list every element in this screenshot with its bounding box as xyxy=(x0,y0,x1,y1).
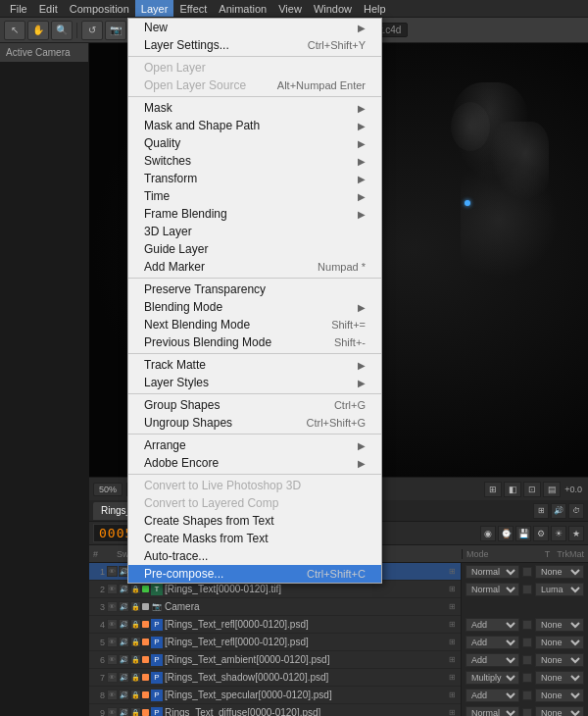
blend-mode-select[interactable]: NormalAddMultiplyScreenOverlayLuma xyxy=(466,653,519,667)
menu-composition[interactable]: Composition xyxy=(64,0,135,17)
layer-switch-icon[interactable]: ⊞ xyxy=(449,585,459,593)
layer-switch-icon[interactable]: ⊞ xyxy=(449,638,459,646)
vp-btn-2[interactable]: ◧ xyxy=(504,482,521,497)
layer-switch-icon[interactable]: ⊞ xyxy=(449,567,459,576)
layer-color-swatch[interactable] xyxy=(142,603,149,610)
layer-switch-icon[interactable]: ⊞ xyxy=(449,620,459,629)
layer-row[interactable]: 7👁🔊🔒P[Rings_Text_shadow[0000-0120].psd]⊞ xyxy=(89,669,461,687)
trkmat-select[interactable]: NoneLumaAlpha xyxy=(535,565,584,579)
menu-item-preserve-transparency[interactable]: Preserve Transparency xyxy=(128,281,381,298)
lock-btn[interactable]: 🔒 xyxy=(130,619,141,630)
menu-item-switches[interactable]: Switches▶ xyxy=(128,152,381,170)
visibility-btn[interactable]: 👁 xyxy=(107,654,118,665)
timeline-row[interactable]: NormalAddMultiplyScreenOverlayLumaNoneLu… xyxy=(462,616,588,634)
trkmat-select[interactable]: NoneLumaAlpha xyxy=(535,689,584,702)
vp-btn-3[interactable]: ⊡ xyxy=(523,482,541,497)
comp-ctrl-3[interactable]: ⏱ xyxy=(568,503,584,519)
blend-mode-select[interactable]: NormalAddMultiplyScreenOverlayLuma xyxy=(466,636,519,649)
layer-dropdown-menu[interactable]: New▶Layer Settings...Ctrl+Shift+YOpen La… xyxy=(127,18,382,584)
audio-btn[interactable]: 🔊 xyxy=(119,672,129,683)
layer-color-swatch[interactable] xyxy=(142,586,149,592)
menu-item-arrange[interactable]: Arrange▶ xyxy=(128,436,381,454)
blend-mode-select[interactable]: NormalAddMultiplyScreenOverlayLuma xyxy=(466,618,519,632)
trkmat-select[interactable]: NoneLumaAlpha xyxy=(535,653,584,667)
menu-item-auto-trace---[interactable]: Auto-trace... xyxy=(128,547,381,565)
lock-btn[interactable]: 🔒 xyxy=(130,654,141,665)
toolbar-rotate[interactable]: ↺ xyxy=(81,21,103,40)
preserve-transparency-btn[interactable] xyxy=(522,708,532,717)
menu-item-time[interactable]: Time▶ xyxy=(128,187,381,205)
layer-switch-icon[interactable]: ⊞ xyxy=(449,708,459,716)
preserve-transparency-btn[interactable] xyxy=(522,655,532,665)
ctrl-comp[interactable]: ⚙ xyxy=(533,526,549,541)
layer-switch-icon[interactable]: ⊞ xyxy=(449,655,459,664)
menu-item-frame-blending[interactable]: Frame Blending▶ xyxy=(128,205,381,223)
menu-view[interactable]: View xyxy=(272,0,308,17)
layer-color-swatch[interactable] xyxy=(142,639,149,645)
lock-btn[interactable]: 🔒 xyxy=(130,672,141,683)
timeline-row[interactable]: NormalAddMultiplyScreenOverlayLumaNoneLu… xyxy=(462,704,588,716)
ctrl-draft[interactable]: ⌚ xyxy=(498,526,514,541)
toolbar-hand[interactable]: ✋ xyxy=(27,21,49,40)
visibility-btn[interactable]: 👁 xyxy=(107,601,118,612)
toolbar-zoom-tool[interactable]: 🔍 xyxy=(51,21,73,40)
menu-edit[interactable]: Edit xyxy=(33,0,64,17)
ctrl-cache[interactable]: 💾 xyxy=(515,526,531,541)
toolbar-camera[interactable]: 📷 xyxy=(105,21,126,40)
layer-color-swatch[interactable] xyxy=(142,691,149,698)
preserve-transparency-btn[interactable] xyxy=(522,638,532,647)
audio-btn[interactable]: 🔊 xyxy=(119,690,129,700)
layer-switch-icon[interactable]: ⊞ xyxy=(449,673,459,682)
preserve-transparency-btn[interactable] xyxy=(522,620,532,630)
menu-effect[interactable]: Effect xyxy=(173,0,213,17)
lock-btn[interactable]: 🔒 xyxy=(130,584,141,594)
layer-row[interactable]: 9👁🔊🔒PRings_Text_diffuse[0000-0120].psd]⊞ xyxy=(89,704,461,716)
menu-layer[interactable]: Layer xyxy=(135,0,174,17)
lock-btn[interactable]: 🔒 xyxy=(130,637,141,647)
layer-row[interactable]: 8👁🔊🔒P[Rings_Text_specular[0000-0120].psd… xyxy=(89,687,461,704)
menu-help[interactable]: Help xyxy=(358,0,392,17)
blend-mode-select[interactable]: NormalAddMultiplyScreenOverlayLuma xyxy=(466,565,519,579)
menu-item-mask-and-shape-path[interactable]: Mask and Shape Path▶ xyxy=(128,117,381,134)
vp-btn-1[interactable]: ⊞ xyxy=(484,482,502,497)
lock-btn[interactable]: 🔒 xyxy=(130,707,141,716)
layer-color-swatch[interactable] xyxy=(142,656,149,663)
blend-mode-select[interactable]: NormalAddMultiplyScreenOverlayLuma xyxy=(466,706,519,717)
preserve-transparency-btn[interactable] xyxy=(522,673,532,683)
comp-ctrl-2[interactable]: 🔊 xyxy=(551,503,566,519)
menu-item-adobe-encore[interactable]: Adobe Encore▶ xyxy=(128,454,381,472)
menu-item-layer-settings---[interactable]: Layer Settings...Ctrl+Shift+Y xyxy=(128,36,381,54)
audio-btn[interactable]: 🔊 xyxy=(119,619,129,630)
ctrl-solo[interactable]: ☀ xyxy=(551,526,566,541)
menu-item-blending-mode[interactable]: Blending Mode▶ xyxy=(128,298,381,316)
timeline-row[interactable]: NormalAddMultiplyScreenOverlayLumaNoneLu… xyxy=(462,634,588,651)
visibility-btn[interactable]: 👁 xyxy=(107,690,118,700)
audio-btn[interactable]: 🔊 xyxy=(119,707,129,716)
menu-item-mask[interactable]: Mask▶ xyxy=(128,99,381,117)
visibility-btn[interactable]: 👁 xyxy=(107,637,118,647)
visibility-btn[interactable]: 👁 xyxy=(107,672,118,683)
layer-row[interactable]: 3👁🔊🔒📷Camera⊞ xyxy=(89,598,461,616)
trkmat-select[interactable]: NoneLumaAlpha xyxy=(535,706,584,717)
trkmat-select[interactable]: NoneLumaAlpha xyxy=(535,583,584,596)
comp-ctrl-1[interactable]: ⊞ xyxy=(533,503,549,519)
timeline-row[interactable]: NormalAddMultiplyScreenOverlayLumaNoneLu… xyxy=(462,687,588,704)
lock-btn[interactable]: 🔒 xyxy=(130,601,141,612)
menu-item-add-marker[interactable]: Add MarkerNumpad * xyxy=(128,258,381,276)
layer-row[interactable]: 5👁🔊🔒P[Rings_Text_refl[0000-0120].psd]⊞ xyxy=(89,634,461,651)
timeline-row[interactable]: NormalAddMultiplyScreenOverlayLumaNoneLu… xyxy=(462,651,588,669)
menu-item-previous-blending-mode[interactable]: Previous Blending ModeShift+- xyxy=(128,333,381,351)
preserve-transparency-btn[interactable] xyxy=(522,585,532,594)
menu-item-transform[interactable]: Transform▶ xyxy=(128,170,381,187)
ctrl-live[interactable]: ◉ xyxy=(480,526,496,541)
menu-item-track-matte[interactable]: Track Matte▶ xyxy=(128,356,381,374)
trkmat-select[interactable]: NoneLumaAlpha xyxy=(535,636,584,649)
layer-color-swatch[interactable] xyxy=(142,674,149,681)
menu-item-guide-layer[interactable]: Guide Layer xyxy=(128,240,381,258)
layer-switch-icon[interactable]: ⊞ xyxy=(449,602,459,611)
preserve-transparency-btn[interactable] xyxy=(522,690,532,700)
trkmat-select[interactable]: NoneLumaAlpha xyxy=(535,618,584,632)
blend-mode-select[interactable]: NormalAddMultiplyScreenOverlayLuma xyxy=(466,689,519,702)
visibility-btn[interactable]: 👁 xyxy=(107,566,118,577)
blend-mode-select[interactable]: NormalAddMultiplyScreenOverlayLuma xyxy=(466,583,519,596)
